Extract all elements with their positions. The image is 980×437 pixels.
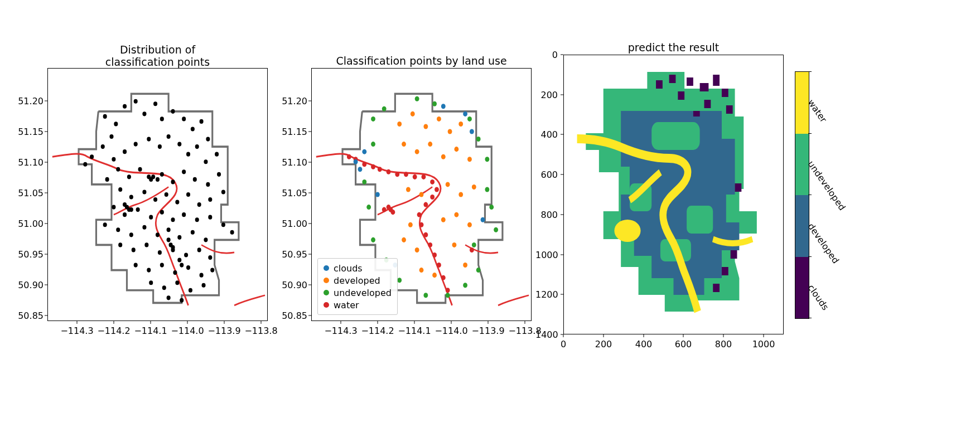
svg-point-165 (476, 268, 481, 273)
svg-point-111 (422, 174, 426, 179)
p1-xt-0: −114.3 (60, 326, 93, 336)
svg-point-66 (191, 230, 195, 235)
svg-point-109 (404, 172, 408, 177)
svg-point-112 (430, 179, 435, 184)
svg-point-150 (454, 212, 458, 217)
p2-yt-1: 50.90 (281, 280, 307, 290)
svg-point-115 (423, 202, 428, 207)
p1-xt-4: −113.9 (207, 326, 240, 336)
svg-point-27 (116, 167, 120, 172)
svg-point-180 (470, 129, 474, 134)
p3-xt-5: 1000 (752, 339, 775, 349)
svg-point-44 (175, 200, 179, 204)
pred-water-reservoir (614, 220, 640, 242)
svg-point-34 (193, 177, 197, 182)
river-branch-2 (201, 245, 234, 253)
svg-point-181 (441, 104, 446, 109)
legend-dot-developed (324, 278, 329, 283)
svg-point-174 (432, 101, 437, 106)
svg-point-57 (221, 222, 225, 227)
svg-rect-202 (722, 267, 728, 275)
svg-point-33 (182, 169, 186, 174)
svg-point-39 (118, 187, 122, 192)
svg-point-28 (127, 174, 131, 179)
svg-point-82 (210, 268, 214, 273)
svg-rect-200 (669, 75, 676, 83)
svg-point-100 (177, 258, 181, 262)
p3-yt-2: 400 (535, 129, 558, 140)
svg-point-86 (189, 288, 192, 293)
svg-point-3 (123, 104, 127, 109)
svg-point-68 (118, 242, 122, 247)
svg-rect-199 (656, 80, 663, 89)
svg-point-50 (136, 207, 140, 212)
svg-point-144 (458, 192, 463, 197)
svg-point-24 (177, 142, 181, 147)
svg-point-73 (184, 253, 188, 257)
svg-point-9 (182, 116, 186, 121)
p1-yt-2: 50.95 (17, 249, 44, 260)
svg-point-121 (437, 263, 441, 268)
svg-point-54 (182, 212, 186, 217)
svg-point-58 (230, 230, 234, 235)
svg-point-40 (129, 195, 133, 199)
points-black (83, 99, 234, 303)
p3-yt-6: 1200 (535, 289, 558, 300)
p1-xt-3: −114.0 (171, 326, 204, 336)
svg-point-6 (153, 101, 157, 106)
legend-label-clouds: clouds (334, 263, 363, 274)
svg-rect-197 (726, 105, 733, 114)
svg-point-146 (408, 222, 413, 227)
p2-yt-5: 51.10 (281, 157, 307, 168)
svg-point-22 (158, 144, 162, 149)
svg-rect-198 (693, 111, 700, 116)
svg-point-168 (397, 278, 402, 283)
svg-point-23 (167, 134, 171, 139)
figure: Distribution of classification points 50… (0, 0, 980, 437)
p2-xt-3: −114.0 (435, 326, 467, 336)
svg-point-184 (481, 217, 485, 222)
svg-rect-192 (700, 83, 709, 91)
panel-distribution (47, 68, 268, 321)
svg-point-84 (162, 285, 166, 290)
svg-point-85 (175, 280, 179, 285)
svg-point-94 (147, 174, 151, 179)
panel-by-landuse: clouds developed undeveloped water (311, 68, 532, 321)
svg-point-128 (470, 247, 474, 253)
svg-point-46 (197, 202, 201, 207)
svg-rect-201 (731, 250, 737, 259)
legend-row-undeveloped: undeveloped (324, 287, 392, 299)
svg-point-139 (454, 147, 458, 152)
p1-yt-0: 50.85 (17, 310, 44, 321)
svg-point-20 (134, 142, 138, 147)
svg-point-32 (171, 179, 175, 184)
p1-yt-1: 50.90 (17, 280, 44, 290)
p3-xt-4: 800 (715, 339, 732, 349)
svg-point-93 (129, 207, 133, 212)
svg-point-123 (446, 288, 450, 293)
svg-point-166 (463, 283, 467, 288)
svg-point-48 (112, 205, 115, 210)
svg-point-155 (463, 263, 467, 268)
svg-point-13 (215, 152, 219, 157)
p3-yt-0: 0 (535, 50, 558, 60)
svg-point-80 (186, 265, 190, 270)
svg-point-132 (437, 116, 441, 122)
p2-xt-0: −114.3 (324, 326, 357, 336)
svg-point-159 (476, 137, 481, 142)
svg-point-70 (144, 242, 148, 247)
svg-point-147 (402, 237, 406, 242)
panel1-title-line1: Distribution of (47, 43, 268, 56)
svg-point-131 (423, 124, 428, 129)
svg-point-53 (171, 217, 175, 222)
p1-yt-3: 51.00 (17, 219, 44, 229)
panel2-title-text: Classification points by land use (311, 55, 532, 67)
svg-point-87 (201, 283, 205, 288)
legend-row-clouds: clouds (324, 262, 392, 274)
svg-rect-193 (713, 75, 720, 86)
p2-yt-4: 51.05 (281, 188, 307, 198)
svg-point-185 (358, 167, 363, 172)
svg-point-122 (441, 275, 446, 280)
p1-xt-1: −114.2 (97, 326, 130, 336)
svg-rect-196 (678, 91, 684, 100)
